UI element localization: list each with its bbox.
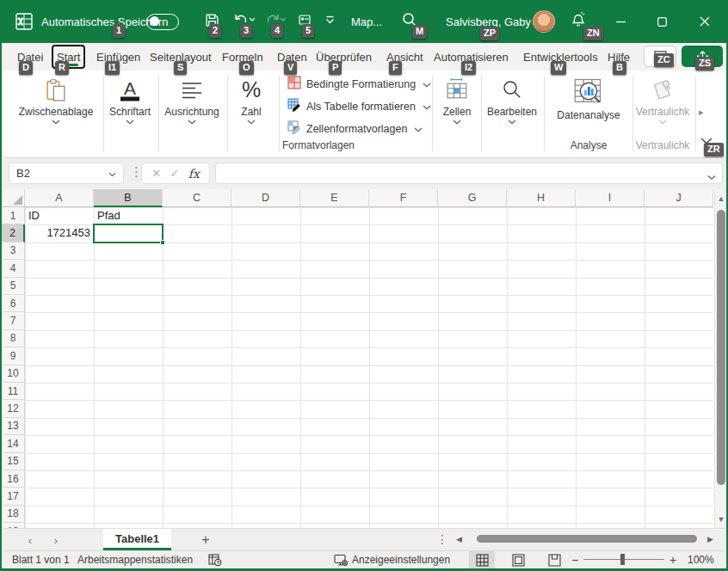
maximize-button[interactable] [642,0,682,43]
close-button[interactable] [685,0,725,43]
ribbon-group-schriftart[interactable]: ASchriftart [103,71,157,157]
autosave-toggle[interactable] [146,14,179,30]
zoom-out-icon[interactable]: − [571,551,578,568]
group-label-vertraulichkeit: Vertraulichk [633,139,692,151]
customize-quick-access-icon[interactable] [325,15,335,24]
zoom-in-icon[interactable]: + [669,551,676,568]
vertical-scrollbar[interactable]: ▲ ▼ [714,189,726,528]
ribbon-group-bearbeiten[interactable]: Bearbeiten [482,71,542,157]
column-header-j[interactable]: J [645,189,713,207]
column-header-a[interactable]: A [25,189,94,207]
svg-text:%: % [242,78,261,101]
scroll-down-icon[interactable]: ▼ [715,513,727,525]
insert-function-icon[interactable]: fx [188,167,200,181]
row-header-14[interactable]: 14 [2,435,25,452]
grid-cells[interactable]: IDPfad1721453 [25,207,713,528]
row-header-5[interactable]: 5 [2,278,25,295]
cancel-icon[interactable]: ✕ [151,167,161,180]
zoom-slider-thumb[interactable] [620,554,625,565]
keytip-badge: S [174,61,187,75]
row-header-1[interactable]: 1 [2,207,25,224]
sensitivity-button[interactable]: Vertraulichk Vertraulichk [633,71,692,157]
ribbon-group-ausrichtung[interactable]: Ausrichtung [158,71,225,157]
row-header-6[interactable]: 6 [2,295,25,312]
ribbon-group-zellen[interactable]: Zellen [433,71,481,157]
chevron-down-icon [103,120,157,125]
next-sheet-icon[interactable]: › [46,531,65,549]
previous-sheet-icon[interactable]: ‹ [21,531,40,549]
status-bar: Blatt 1 von 1 Arbeitsmappenstatistiken A… [2,550,726,568]
row-header-16[interactable]: 16 [2,470,25,488]
row-header-8[interactable]: 8 [2,330,25,347]
fill-handle[interactable] [160,240,165,245]
scroll-right-icon[interactable]: ▶ [707,535,713,543]
cell-styles-button[interactable]: Zellenformatvorlagen [287,120,423,137]
ribbon-group-zwischenablage[interactable]: Zwischenablage [10,71,102,157]
cell-a2[interactable]: 1721453 [25,224,94,242]
tab-überprüfen[interactable]: Überprüfen [312,45,375,69]
cell-a1[interactable]: ID [25,207,94,224]
group-overflow-icon[interactable]: ▸ [699,107,704,118]
horizontal-scrollbar[interactable]: ◀ ▶ [456,533,725,545]
document-title[interactable]: Map... [351,0,382,43]
group-button-label: Zwischenablage [10,106,102,118]
column-header-d[interactable]: D [231,189,300,207]
name-box[interactable]: B2 [9,163,124,184]
data-analysis-button[interactable]: Datenanalyse Analyse [546,71,632,157]
row-header-12[interactable]: 12 [2,400,25,417]
scroll-up-icon[interactable]: ▲ [715,193,727,205]
new-sheet-icon[interactable]: + [196,531,215,550]
format-as-table-button[interactable]: Als Tabelle formatieren [287,98,431,114]
sheet-count[interactable]: Blatt 1 von 1 [12,551,70,568]
keytip-badge: ZP [480,27,499,40]
row-header-2[interactable]: 2 [2,224,25,242]
sheet-tab-label: Tabelle1 [115,532,159,545]
column-header-b[interactable]: B [94,189,163,207]
page-layout-view-icon[interactable] [505,551,531,568]
row-header-3[interactable]: 3 [2,243,25,260]
sheet-tab-tabelle1[interactable]: Tabelle1 [103,529,171,550]
row-header-4[interactable]: 4 [2,260,25,277]
workbook-statistics[interactable]: Arbeitsmappenstatistiken [77,551,193,568]
tab-bar-dots-icon[interactable]: ⋮ [436,532,448,546]
row-header-11[interactable]: 11 [2,383,25,400]
workbook-statistics-icon[interactable] [208,551,222,568]
column-header-g[interactable]: G [438,189,507,207]
row-header-7[interactable]: 7 [2,312,25,329]
horizontal-scroll-thumb[interactable] [477,535,697,543]
expand-formula-bar-icon[interactable] [707,169,716,184]
page-break-preview-icon[interactable] [541,551,567,568]
display-settings[interactable]: Anzeigeeinstellungen [334,551,450,568]
row-header-9[interactable]: 9 [2,347,25,365]
scroll-left-icon[interactable]: ◀ [456,535,462,543]
column-header-f[interactable]: F [369,189,438,207]
column-header-c[interactable]: C [163,189,231,207]
avatar[interactable] [533,10,555,33]
conditional-formatting-button[interactable]: Bedingte Formatierung [287,76,431,92]
zoom-level[interactable]: 100% [688,551,714,568]
enter-icon[interactable]: ✓ [170,167,179,180]
notifications-icon[interactable] [570,11,587,28]
group-divider [544,76,545,151]
row-header-13[interactable]: 13 [2,418,25,435]
formula-input[interactable] [215,163,723,184]
display-settings-icon [334,553,348,567]
row-header-15[interactable]: 15 [2,453,25,470]
group-button-label: Bearbeiten [482,106,542,118]
excel-logo-icon[interactable] [14,11,34,32]
row-header-17[interactable]: 17 [2,488,25,505]
vertical-scroll-thumb[interactable] [717,210,725,485]
minimize-button[interactable] [601,0,640,43]
normal-view-icon[interactable] [469,551,495,568]
row-header-18[interactable]: 18 [2,506,25,523]
row-header-10[interactable]: 10 [2,365,25,383]
ribbon: ZwischenablageASchriftartAusrichtung%Zah… [2,71,726,158]
cell-b1[interactable]: Pfad [94,207,163,224]
menu-label: Bedingte Formatierung [306,78,416,90]
column-header-e[interactable]: E [300,189,369,207]
column-header-h[interactable]: H [507,189,576,207]
ribbon-group-zahl[interactable]: %Zahl [227,71,275,157]
column-header-i[interactable]: I [576,189,645,207]
chevron-down-icon [482,120,542,125]
select-all-button[interactable] [2,189,25,207]
